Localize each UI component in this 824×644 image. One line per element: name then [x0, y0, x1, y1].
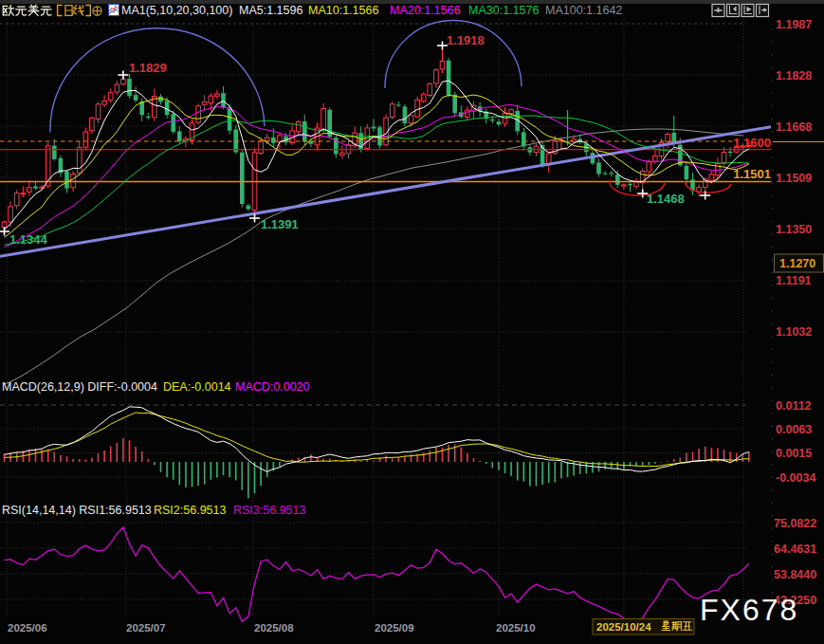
svg-text:2025/06: 2025/06 [8, 622, 47, 634]
svg-text:MA30:1.1576: MA30:1.1576 [468, 4, 539, 17]
svg-text:1.1668: 1.1668 [776, 120, 812, 134]
svg-text:2025/08: 2025/08 [254, 622, 294, 634]
svg-text:2025/10/24: 2025/10/24 [596, 621, 651, 633]
svg-text:1.1344: 1.1344 [9, 232, 48, 247]
svg-text:1.1829: 1.1829 [129, 61, 167, 75]
svg-text:0.0063: 0.0063 [776, 423, 812, 436]
svg-text:MA10:1.1566: MA10:1.1566 [308, 4, 378, 17]
svg-text:1.1350: 1.1350 [776, 223, 812, 236]
svg-text:1.1468: 1.1468 [647, 192, 685, 206]
svg-text:1.1032: 1.1032 [776, 325, 812, 339]
svg-text:-0.0034: -0.0034 [776, 471, 815, 485]
svg-text:0.0015: 0.0015 [776, 447, 812, 460]
svg-text:1.1391: 1.1391 [261, 217, 299, 231]
svg-text:MA20:1.1566: MA20:1.1566 [390, 4, 460, 17]
svg-text:RSI2:56.9513: RSI2:56.9513 [154, 504, 226, 517]
svg-text:1.1918: 1.1918 [447, 33, 485, 47]
svg-text:MA5:1.1596: MA5:1.1596 [239, 4, 302, 17]
svg-text:1.1600: 1.1600 [733, 136, 771, 150]
svg-text:RSI(14,14,14) RSI1:56.9513: RSI(14,14,14) RSI1:56.9513 [2, 504, 152, 517]
svg-text:1.1191: 1.1191 [776, 274, 812, 287]
svg-text:RSI3:56.9513: RSI3:56.9513 [233, 504, 305, 517]
svg-text:0.0112: 0.0112 [776, 399, 812, 413]
svg-text:75.0822: 75.0822 [774, 517, 816, 530]
svg-text:MACD:0.0020: MACD:0.0020 [235, 380, 310, 394]
svg-text:MA100:1.1642: MA100:1.1642 [545, 4, 622, 17]
svg-text:1.1509: 1.1509 [776, 172, 812, 185]
svg-text:DEA:-0.0014: DEA:-0.0014 [163, 380, 231, 394]
svg-text:MACD(26,12,9) DIFF:-0.0004: MACD(26,12,9) DIFF:-0.0004 [2, 380, 157, 394]
svg-text:1.1987: 1.1987 [776, 18, 812, 31]
svg-text:1.1828: 1.1828 [776, 69, 812, 83]
svg-text:2025/10: 2025/10 [496, 622, 536, 634]
svg-text:MA1(5,10,20,30,100): MA1(5,10,20,30,100) [121, 4, 232, 17]
svg-text:1.1270: 1.1270 [779, 257, 815, 270]
svg-text:53.8440: 53.8440 [774, 568, 816, 581]
svg-text:64.4631: 64.4631 [774, 543, 816, 556]
svg-text:1.1501: 1.1501 [733, 167, 771, 181]
svg-text:FX678: FX678 [700, 593, 798, 627]
svg-text:2025/09: 2025/09 [375, 622, 414, 634]
svg-text:2025/07: 2025/07 [126, 622, 166, 634]
